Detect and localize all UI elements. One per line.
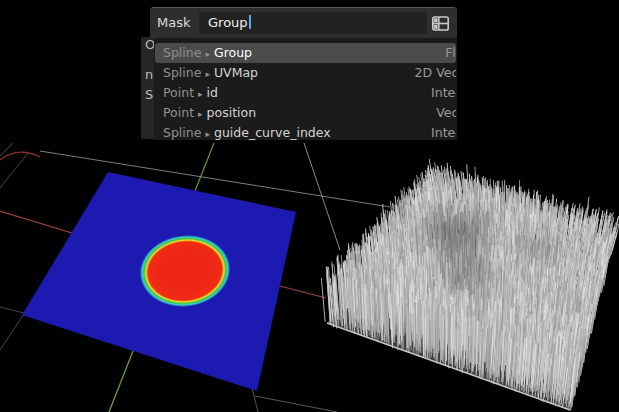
- attribute-name-label: id: [207, 85, 218, 100]
- attribute-name-label: position: [207, 105, 257, 120]
- attribute-dropdown-list: Spline▸GroupFloatSpline▸UVMap2D VectorPo…: [154, 38, 457, 140]
- chevron-right-icon: ▸: [205, 129, 210, 139]
- attribute-row[interactable]: Spline▸GroupFloat: [155, 43, 456, 63]
- chevron-right-icon: ▸: [198, 109, 203, 119]
- mask-field-label: Mask: [157, 8, 190, 38]
- search-input-value: Group: [208, 15, 248, 30]
- hair-density-visualization: [0, 143, 619, 412]
- mask-field-row: Mask Group: [150, 7, 457, 38]
- attribute-name-label: Group: [214, 45, 252, 60]
- attribute-type-label: Float: [445, 43, 456, 63]
- attribute-type-label: Vector: [436, 103, 456, 123]
- attribute-domain-label: Spline: [163, 65, 201, 80]
- attribute-row[interactable]: Spline▸UVMap2D Vector: [155, 63, 456, 83]
- attribute-type-label: 2D Vector: [415, 63, 456, 83]
- attribute-domain-label: Point: [163, 105, 194, 120]
- attribute-search-popup: Mask Group Spline▸GroupFloatSpline▸UVMap…: [150, 7, 457, 140]
- attribute-name-label: UVMap: [214, 65, 258, 80]
- text-cursor: [249, 15, 251, 29]
- attribute-domain-label: Spline: [163, 45, 201, 60]
- 3d-viewport[interactable]: [0, 143, 619, 412]
- attribute-row[interactable]: Point▸idInteger: [155, 83, 456, 103]
- attribute-row[interactable]: Spline▸guide_curve_indexInteger: [155, 123, 456, 140]
- attribute-name-label: guide_curve_index: [214, 125, 331, 140]
- attribute-domain-label: Spline: [163, 125, 201, 140]
- spreadsheet-icon[interactable]: [431, 14, 450, 33]
- attribute-type-label: Integer: [431, 123, 456, 140]
- chevron-right-icon: ▸: [205, 69, 210, 79]
- attribute-domain-label: Point: [163, 85, 194, 100]
- blender-window: O n S Mask Group Spline▸GroupFloatSpline…: [0, 0, 619, 412]
- chevron-right-icon: ▸: [198, 89, 203, 99]
- chevron-right-icon: ▸: [205, 49, 210, 59]
- attribute-type-label: Integer: [431, 83, 456, 103]
- attribute-search-input[interactable]: Group: [199, 12, 427, 34]
- attribute-row[interactable]: Point▸positionVector: [155, 103, 456, 123]
